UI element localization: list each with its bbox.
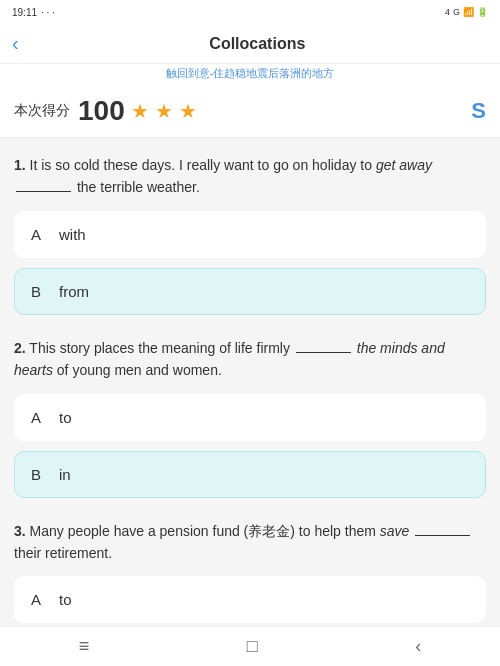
back-nav-icon[interactable]: ‹ xyxy=(415,636,421,657)
question-1-option-a[interactable]: A with xyxy=(14,211,486,258)
question-1: 1. It is so cold these days. I really wa… xyxy=(14,154,486,315)
score-badge: S xyxy=(471,98,486,124)
question-2-option-b[interactable]: B in xyxy=(14,451,486,498)
back-button[interactable]: ‹ xyxy=(12,32,19,55)
star-1: ★ xyxy=(131,99,149,123)
option-letter: B xyxy=(31,466,49,483)
option-letter: A xyxy=(31,591,49,608)
option-text: to xyxy=(59,591,72,608)
option-text: from xyxy=(59,283,89,300)
nav-bar: ‹ Collocations xyxy=(0,24,500,64)
question-3-text: 3. Many people have a pension fund (养老金)… xyxy=(14,520,486,565)
nav-subtitle: 触回到意-住趋稳地震后落洲的地方 xyxy=(0,64,500,87)
option-letter: B xyxy=(31,283,49,300)
question-3-option-a[interactable]: A to xyxy=(14,576,486,623)
question-2-text: 2. This story places the meaning of life… xyxy=(14,337,486,382)
question-2: 2. This story places the meaning of life… xyxy=(14,337,486,498)
question-1-text: 1. It is so cold these days. I really wa… xyxy=(14,154,486,199)
score-bar: 本次得分 100 ★ ★ ★ S xyxy=(0,87,500,138)
question-2-option-a[interactable]: A to xyxy=(14,394,486,441)
option-letter: A xyxy=(31,409,49,426)
option-letter: A xyxy=(31,226,49,243)
star-2: ★ xyxy=(155,99,173,123)
status-icons: 4G 📶 🔋 xyxy=(445,7,488,17)
menu-icon[interactable]: ≡ xyxy=(79,636,90,657)
page-title: Collocations xyxy=(27,35,488,53)
option-text: to xyxy=(59,409,72,426)
bottom-nav: ≡ □ ‹ xyxy=(0,626,500,666)
status-bar: 19:11 · · · 4G 📶 🔋 xyxy=(0,0,500,24)
content-area: 1. It is so cold these days. I really wa… xyxy=(0,138,500,666)
score-label: 本次得分 xyxy=(14,102,70,120)
option-text: with xyxy=(59,226,86,243)
star-3: ★ xyxy=(179,99,197,123)
home-icon[interactable]: □ xyxy=(247,636,258,657)
option-text: in xyxy=(59,466,71,483)
status-time: 19:11 · · · xyxy=(12,7,55,18)
score-value: 100 xyxy=(78,95,125,127)
question-1-option-b[interactable]: B from xyxy=(14,268,486,315)
